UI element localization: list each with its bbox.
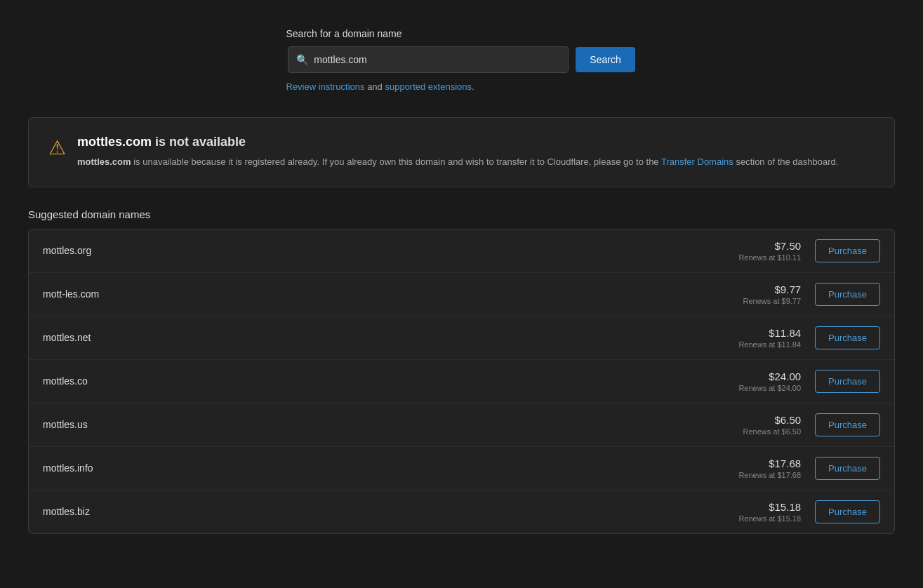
- review-instructions-link[interactable]: Review instructions: [286, 81, 365, 92]
- supported-extensions-link[interactable]: supported extensions: [385, 81, 472, 92]
- search-label: Search for a domain name: [286, 28, 402, 39]
- price-info: $15.18 Renews at $15.18: [738, 501, 801, 523]
- unavailable-domain-inline: mottles.com: [77, 156, 131, 167]
- price-info: $6.50 Renews at $6.50: [743, 414, 802, 436]
- domain-row: mottles.org $7.50 Renews at $10.11 Purch…: [29, 229, 894, 273]
- unavailable-description: mottles.com is unavailable because it is…: [77, 155, 838, 170]
- price-main: $24.00: [738, 370, 801, 382]
- purchase-button[interactable]: Purchase: [815, 370, 880, 393]
- unavailable-desc-end: section of the dashboard.: [733, 156, 839, 167]
- domain-name: mottles.co: [43, 375, 88, 387]
- price-renew: Renews at $11.84: [738, 340, 801, 349]
- domain-price-area: $17.68 Renews at $17.68 Purchase: [738, 457, 880, 480]
- unavailable-content: mottles.com is not available mottles.com…: [77, 135, 838, 170]
- unavailable-heading: mottles.com is not available: [77, 135, 838, 149]
- domain-row: mottles.us $6.50 Renews at $6.50 Purchas…: [29, 403, 894, 447]
- unavailable-heading-suffix: is not available: [152, 135, 246, 149]
- unavailable-notice: ⚠ mottles.com is not available mottles.c…: [28, 117, 895, 187]
- price-renew: Renews at $9.77: [743, 297, 802, 305]
- domain-price-area: $7.50 Renews at $10.11 Purchase: [738, 239, 880, 262]
- search-icon: 🔍: [296, 54, 308, 65]
- price-info: $17.68 Renews at $17.68: [738, 457, 801, 479]
- purchase-button[interactable]: Purchase: [815, 239, 880, 262]
- suggested-section: Suggested domain names mottles.org $7.50…: [28, 208, 895, 534]
- domain-price-area: $6.50 Renews at $6.50 Purchase: [743, 413, 880, 436]
- price-info: $9.77 Renews at $9.77: [743, 283, 802, 305]
- domain-name: mottles.org: [43, 245, 91, 256]
- price-main: $17.68: [738, 457, 801, 469]
- unavailable-domain-bold: mottles.com: [77, 135, 152, 149]
- domain-row: mottles.net $11.84 Renews at $11.84 Purc…: [29, 316, 894, 360]
- domain-row: mottles.co $24.00 Renews at $24.00 Purch…: [29, 360, 894, 403]
- domain-name: mottles.biz: [43, 506, 90, 517]
- price-main: $7.50: [738, 240, 801, 252]
- domain-row: mottles.biz $15.18 Renews at $15.18 Purc…: [29, 490, 894, 533]
- domain-price-area: $15.18 Renews at $15.18 Purchase: [738, 500, 880, 523]
- purchase-button[interactable]: Purchase: [815, 283, 880, 306]
- search-button[interactable]: Search: [576, 47, 635, 72]
- domain-name: mott-les.com: [43, 288, 99, 300]
- price-renew: Renews at $10.11: [738, 253, 801, 262]
- domain-name: mottles.us: [43, 419, 88, 430]
- price-renew: Renews at $24.00: [738, 384, 801, 392]
- domain-name: mottles.net: [43, 332, 91, 343]
- domain-row: mott-les.com $9.77 Renews at $9.77 Purch…: [29, 273, 894, 316]
- links-and-text: and: [367, 81, 385, 92]
- domain-price-area: $24.00 Renews at $24.00 Purchase: [738, 370, 880, 393]
- purchase-button[interactable]: Purchase: [815, 500, 880, 523]
- price-main: $15.18: [738, 501, 801, 513]
- price-info: $11.84 Renews at $11.84: [738, 327, 801, 349]
- price-main: $11.84: [738, 327, 801, 339]
- domain-list: mottles.org $7.50 Renews at $10.11 Purch…: [28, 229, 895, 534]
- suggested-title: Suggested domain names: [28, 208, 895, 220]
- domain-price-area: $11.84 Renews at $11.84 Purchase: [738, 326, 880, 349]
- price-main: $6.50: [743, 414, 802, 426]
- search-input[interactable]: [288, 46, 569, 73]
- price-renew: Renews at $6.50: [743, 427, 802, 436]
- links-end: .: [472, 81, 474, 92]
- price-renew: Renews at $17.68: [738, 471, 801, 479]
- domain-price-area: $9.77 Renews at $9.77 Purchase: [743, 283, 880, 306]
- search-links: Review instructions and supported extens…: [286, 81, 474, 92]
- purchase-button[interactable]: Purchase: [815, 457, 880, 480]
- warning-icon: ⚠: [48, 136, 66, 159]
- price-main: $9.77: [743, 283, 802, 295]
- purchase-button[interactable]: Purchase: [815, 326, 880, 349]
- price-info: $7.50 Renews at $10.11: [738, 240, 801, 262]
- domain-row: mottles.info $17.68 Renews at $17.68 Pur…: [29, 447, 894, 490]
- domain-name: mottles.info: [43, 462, 93, 474]
- price-info: $24.00 Renews at $24.00: [738, 370, 801, 392]
- purchase-button[interactable]: Purchase: [815, 413, 880, 436]
- transfer-domains-link[interactable]: Transfer Domains: [661, 156, 733, 167]
- price-renew: Renews at $15.18: [738, 514, 801, 523]
- unavailable-desc-start: is unavailable because it is registered …: [131, 156, 661, 167]
